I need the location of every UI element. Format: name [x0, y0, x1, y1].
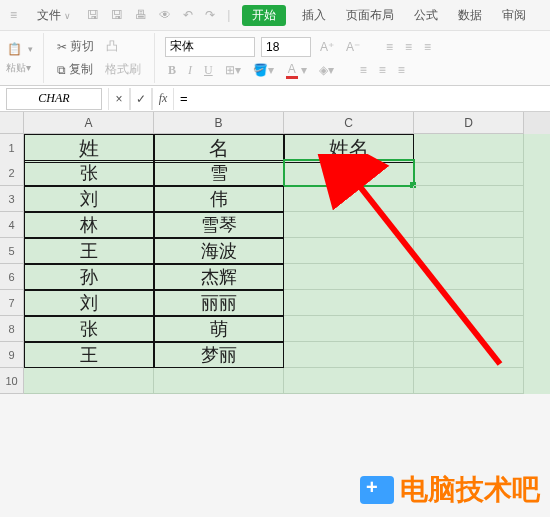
print-icon[interactable]: 🖶 [135, 8, 147, 22]
confirm-formula-icon[interactable]: ✓ [130, 88, 152, 110]
format-painter-button[interactable]: 格式刷 [102, 60, 144, 79]
menu-file[interactable]: 文件 ∨ [33, 5, 75, 26]
effects-button[interactable]: ◈▾ [316, 62, 337, 78]
row-header[interactable]: 6 [0, 264, 24, 290]
align-mid-icon[interactable]: ≡ [402, 39, 415, 55]
align-center-icon[interactable]: ≡ [376, 62, 389, 78]
cell-B6[interactable]: 杰辉 [154, 264, 284, 290]
cell-A1[interactable]: 姓 [24, 134, 154, 163]
cell-C6[interactable] [284, 264, 414, 290]
cell-D5[interactable] [414, 238, 524, 264]
cell-B3[interactable]: 伟 [154, 186, 284, 212]
cell-B7[interactable]: 丽丽 [154, 290, 284, 316]
cell-D8[interactable] [414, 316, 524, 342]
fx-icon[interactable]: fx [152, 88, 174, 110]
cell-D4[interactable] [414, 212, 524, 238]
paste-icon[interactable]: 📋 [6, 41, 22, 57]
cell-B5[interactable]: 海波 [154, 238, 284, 264]
row-header[interactable]: 8 [0, 316, 24, 342]
hamburger-icon[interactable]: ≡ [6, 6, 21, 24]
cell-B8[interactable]: 萌 [154, 316, 284, 342]
table-row: 10 [0, 368, 550, 394]
clipboard-group: ✂ 剪切 凸 ⧉ 复制 格式刷 [54, 33, 155, 83]
tab-formulas[interactable]: 公式 [410, 5, 442, 26]
row-header[interactable]: 7 [0, 290, 24, 316]
cell-A4[interactable]: 林 [24, 212, 154, 238]
align-bot-icon[interactable]: ≡ [421, 39, 434, 55]
row-header[interactable]: 2 [0, 160, 24, 186]
cell-D9[interactable] [414, 342, 524, 368]
decrease-font-icon[interactable]: A⁻ [343, 39, 363, 55]
cell-C3[interactable] [284, 186, 414, 212]
col-header-b[interactable]: B [154, 112, 284, 134]
increase-font-icon[interactable]: A⁺ [317, 39, 337, 55]
bold-button[interactable]: B [165, 62, 179, 79]
format-painter-icon[interactable]: 凸 [103, 37, 121, 56]
fill-color-button[interactable]: 🪣▾ [250, 62, 277, 78]
cell-A6[interactable]: 孙 [24, 264, 154, 290]
cell-A7[interactable]: 刘 [24, 290, 154, 316]
cell-A3[interactable]: 刘 [24, 186, 154, 212]
cut-button[interactable]: ✂ 剪切 [54, 37, 97, 56]
cell-C9[interactable] [284, 342, 414, 368]
cell-A2[interactable]: 张 [24, 160, 154, 186]
preview-icon[interactable]: 👁 [159, 8, 171, 22]
align-right-icon[interactable]: ≡ [395, 62, 408, 78]
cell-C5[interactable] [284, 238, 414, 264]
cell-A8[interactable]: 张 [24, 316, 154, 342]
cell-D1[interactable] [414, 134, 524, 163]
cell-C8[interactable] [284, 316, 414, 342]
row-header[interactable]: 5 [0, 238, 24, 264]
cell-A5[interactable]: 王 [24, 238, 154, 264]
cell-D10[interactable] [414, 368, 524, 394]
row-header[interactable]: 4 [0, 212, 24, 238]
tab-page-layout[interactable]: 页面布局 [342, 5, 398, 26]
cell-C10[interactable] [284, 368, 414, 394]
row-header[interactable]: 9 [0, 342, 24, 368]
cell-A9[interactable]: 王 [24, 342, 154, 368]
row-header[interactable]: 1 [0, 134, 24, 163]
cell-C7[interactable] [284, 290, 414, 316]
save-icon[interactable]: 🖫 [87, 8, 99, 22]
cell-D6[interactable] [414, 264, 524, 290]
italic-button[interactable]: I [185, 62, 195, 79]
cell-C4[interactable] [284, 212, 414, 238]
cell-A10[interactable] [24, 368, 154, 394]
cell-B2[interactable]: 雪 [154, 160, 284, 186]
tab-start[interactable]: 开始 [242, 5, 286, 26]
cell-D7[interactable] [414, 290, 524, 316]
saveas-icon[interactable]: 🖫 [111, 8, 123, 22]
tab-data[interactable]: 数据 [454, 5, 486, 26]
table-row: 3刘伟 [0, 186, 550, 212]
copy-button[interactable]: ⧉ 复制 [54, 60, 96, 79]
cell-C1[interactable]: 姓名 [284, 134, 414, 163]
formula-input[interactable] [174, 88, 550, 110]
select-all-corner[interactable] [0, 112, 24, 134]
font-name-combo[interactable] [165, 37, 255, 57]
border-button[interactable]: ⊞▾ [222, 62, 244, 78]
cell-C2[interactable]: = [284, 160, 414, 186]
cell-D3[interactable] [414, 186, 524, 212]
font-color-button[interactable]: A▾ [283, 61, 310, 80]
undo-icon[interactable]: ↶ [183, 8, 193, 22]
name-box[interactable]: CHAR [6, 88, 102, 110]
cell-B10[interactable] [154, 368, 284, 394]
tab-review[interactable]: 审阅 [498, 5, 530, 26]
table-row: 4林雪琴 [0, 212, 550, 238]
row-header[interactable]: 10 [0, 368, 24, 394]
cell-B1[interactable]: 名 [154, 134, 284, 163]
cell-B9[interactable]: 梦丽 [154, 342, 284, 368]
cell-D2[interactable] [414, 160, 524, 186]
cancel-formula-icon[interactable]: × [108, 88, 130, 110]
align-left-icon[interactable]: ≡ [357, 62, 370, 78]
align-top-icon[interactable]: ≡ [383, 39, 396, 55]
col-header-d[interactable]: D [414, 112, 524, 134]
cell-B4[interactable]: 雪琴 [154, 212, 284, 238]
col-header-c[interactable]: C [284, 112, 414, 134]
underline-button[interactable]: U [201, 62, 216, 79]
font-size-combo[interactable] [261, 37, 311, 57]
tab-insert[interactable]: 插入 [298, 5, 330, 26]
col-header-a[interactable]: A [24, 112, 154, 134]
redo-icon[interactable]: ↷ [205, 8, 215, 22]
row-header[interactable]: 3 [0, 186, 24, 212]
